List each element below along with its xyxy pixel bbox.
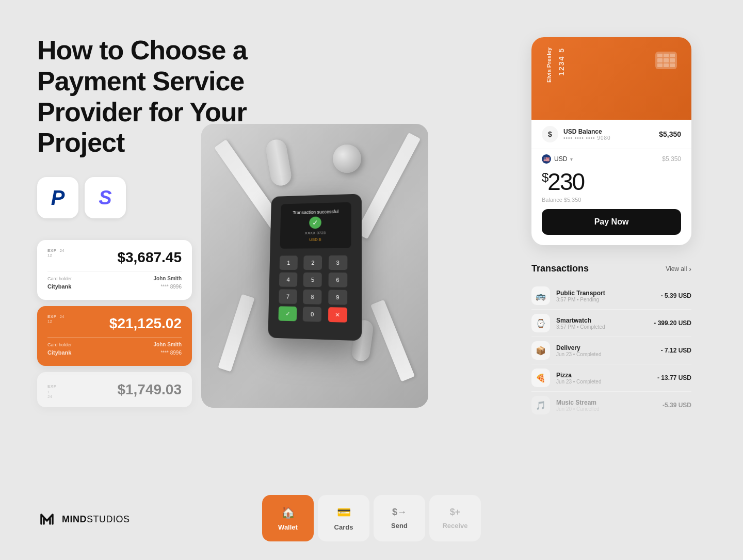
card2-exp-num: 12 — [47, 319, 64, 324]
bank-card-1: EXP 24 12 $3,687.45 Card holder John Smi… — [37, 240, 192, 300]
pos-terminal: Transaction successful ✓ XXXX 3723 USD $… — [268, 194, 362, 341]
key-8[interactable]: 8 — [303, 290, 322, 305]
balance-label: USD Balance — [563, 128, 611, 135]
key-3[interactable]: 3 — [328, 255, 347, 270]
bank-card-3: EXP 1 24 $1,749.03 — [37, 372, 192, 407]
key-6[interactable]: 6 — [328, 273, 347, 287]
card1-masked: **** 8996 — [160, 284, 182, 290]
transaction-name-0: Public Transport — [556, 290, 655, 297]
transaction-details-4: Music Stream Jun 20 • Cancelled — [556, 399, 656, 412]
card2-amount: $21,125.02 — [109, 315, 182, 332]
key-1[interactable]: 1 — [280, 255, 298, 270]
key-cancel[interactable]: ✕ — [328, 307, 347, 323]
chevron-right-icon — [689, 265, 691, 273]
paypal-icon: P — [51, 186, 65, 210]
key-ok[interactable]: ✓ — [278, 306, 297, 321]
key-5[interactable]: 5 — [303, 273, 322, 287]
transaction-amount-0: - 5.39 USD — [661, 292, 691, 299]
brand-bold: MIND — [62, 514, 87, 524]
card1-bank-row: Citybank **** 8996 — [47, 283, 182, 290]
transactions-header: Transactions View all — [531, 263, 691, 274]
transaction-item-3: 🍕 Pizza Jun 23 • Completed - 13.77 USD — [531, 364, 691, 391]
key-9[interactable]: 9 — [328, 290, 347, 305]
transaction-name-1: Smartwatch — [556, 317, 648, 324]
card2-exp-label: EXP — [47, 314, 57, 319]
key-7[interactable]: 7 — [279, 289, 297, 304]
card2-bank: Citybank — [47, 349, 71, 356]
card3-exp-num: 24 — [47, 394, 57, 399]
key-0[interactable]: 0 — [303, 307, 321, 322]
card-name-vertical: Elvis Presley — [546, 47, 552, 83]
card2-holder-name: John Smith — [154, 342, 182, 347]
transaction-amount-3: - 13.77 USD — [657, 374, 691, 381]
flag-icon: 🇺🇸 — [542, 154, 551, 164]
transaction-amount-2: - 7.12 USD — [661, 347, 691, 354]
card2-bank-row: Citybank **** 8996 — [47, 349, 182, 356]
card2-exp-val: 24 — [60, 314, 64, 319]
card2-divider — [47, 337, 182, 338]
dollar-icon: $ — [542, 126, 558, 142]
pos-check-icon: ✓ — [309, 216, 321, 229]
card2-holder-label: Card holder — [47, 342, 72, 347]
pay-now-button[interactable]: Pay Now — [542, 209, 681, 235]
nav-item-receive[interactable]: $+ Receive — [429, 495, 481, 541]
nav-item-cards[interactable]: 💳 Cards — [318, 495, 369, 541]
card3-exp-val: 1 — [47, 390, 57, 394]
key-4[interactable]: 4 — [279, 273, 297, 287]
transaction-item-2: 📦 Delivery Jun 23 • Completed - 7.12 USD — [531, 337, 691, 364]
receive-icon: $+ — [450, 507, 461, 518]
currency-amount: $5,350 — [662, 155, 681, 163]
balance-card-num: •••• •••• •••• 9080 — [563, 135, 611, 141]
chevron-down-icon: ▾ — [570, 156, 573, 162]
transaction-icon-0: 🚌 — [531, 286, 550, 305]
currency-label: USD — [554, 155, 567, 163]
view-all-link[interactable]: View all — [666, 265, 691, 273]
transaction-icon-2: 📦 — [531, 341, 550, 360]
transaction-amount-1: - 399.20 USD — [654, 319, 691, 327]
card3-exp-label: EXP — [47, 384, 57, 389]
card2-masked: **** 8996 — [160, 350, 182, 356]
transaction-icon-1: ⌚ — [531, 314, 550, 332]
credit-card-visual: Elvis Presley 1234 5 — [531, 37, 691, 120]
payment-info-left: $ USD Balance •••• •••• •••• 9080 — [542, 126, 611, 142]
currency-selector[interactable]: 🇺🇸 USD ▾ — [542, 154, 573, 164]
payment-info-row: $ USD Balance •••• •••• •••• 9080 $5,350 — [531, 120, 691, 149]
transactions-section: Transactions View all 🚌 Public Transport… — [531, 263, 691, 419]
currency-row: 🇺🇸 USD ▾ $5,350 — [531, 149, 691, 166]
transaction-name-2: Delivery — [556, 344, 655, 351]
mindstudios-icon — [37, 509, 57, 529]
transaction-meta-2: Jun 23 • Completed — [556, 351, 655, 357]
view-all-text: View all — [666, 265, 687, 273]
card1-holder-name: John Smith — [154, 276, 182, 281]
card3-amount: $1,749.03 — [117, 381, 182, 398]
bottom-nav: 🏠 Wallet 💳 Cards $→ Send $+ Receive — [262, 495, 481, 541]
card-number-vertical: 1234 5 — [557, 47, 566, 76]
transaction-item-4: 🎵 Music Stream Jun 20 • Cancelled -5.39 … — [531, 392, 691, 419]
wallet-icon: 🏠 — [281, 506, 295, 519]
nav-label-send: Send — [391, 522, 408, 530]
transaction-details-3: Pizza Jun 23 • Completed — [556, 372, 651, 385]
cylinder-1 — [264, 138, 293, 187]
mindstudios-text: MINDSTUDIOS — [62, 514, 130, 525]
card1-holder-label: Card holder — [47, 276, 72, 281]
pos-terminal-image: Transaction successful ✓ XXXX 3723 USD $… — [201, 124, 428, 408]
nav-item-wallet[interactable]: 🏠 Wallet — [262, 495, 314, 541]
brand-light: STUDIOS — [87, 514, 130, 524]
transaction-name-3: Pizza — [556, 372, 651, 379]
card1-exp-label: EXP — [47, 248, 57, 253]
transaction-meta-4: Jun 20 • Cancelled — [556, 406, 656, 412]
key-2[interactable]: 2 — [304, 255, 322, 270]
receipt-strip-3 — [218, 294, 254, 372]
bank-card-2: EXP 24 12 $21,125.02 Card holder John Sm… — [37, 306, 192, 366]
nav-item-send[interactable]: $→ Send — [374, 495, 425, 541]
transaction-icon-4: 🎵 — [531, 396, 550, 414]
nav-label-wallet: Wallet — [278, 523, 298, 531]
pos-transaction-text: Transaction successful — [293, 209, 338, 215]
transaction-details-1: Smartwatch 3:57 PM • Completed — [556, 317, 648, 330]
mindstudios-logo: MINDSTUDIOS — [37, 509, 130, 529]
transaction-meta-3: Jun 23 • Completed — [556, 379, 651, 385]
receipt-strip-4 — [370, 300, 415, 382]
transaction-details-2: Delivery Jun 23 • Completed — [556, 344, 655, 357]
transaction-amount-4: -5.39 USD — [663, 402, 691, 409]
send-icon: $→ — [392, 507, 407, 518]
